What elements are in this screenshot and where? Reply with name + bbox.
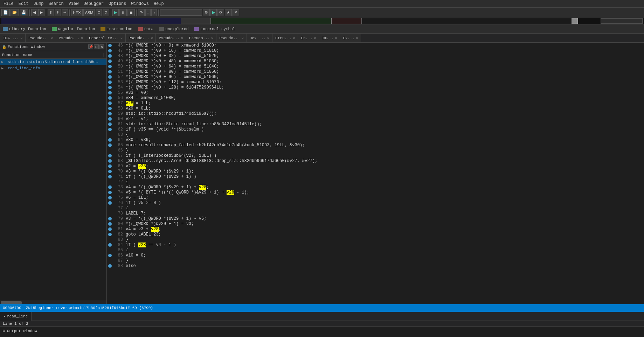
tab-close-10[interactable]: ✕ [314, 36, 316, 40]
line-dot-42[interactable] [108, 264, 112, 268]
line-dot-10[interactable] [108, 96, 112, 100]
tab-close-1[interactable]: ✕ [51, 36, 53, 40]
fn-item-0[interactable]: ▶ std::io::stdio::Stdin::read_line::h85c… [0, 59, 106, 65]
line-dot-33[interactable] [108, 217, 112, 220]
tab-8[interactable]: Hex ...✕ [247, 34, 272, 43]
line-dot-36[interactable] [108, 233, 112, 236]
line-dot-23[interactable] [108, 164, 112, 168]
line-dot-3[interactable] [108, 59, 112, 63]
fn-close-btn[interactable]: ✕ [99, 44, 104, 49]
line-dot-21[interactable] [108, 154, 112, 157]
tab-close-5[interactable]: ✕ [181, 36, 183, 40]
tab-12[interactable]: Ex...✕ [340, 34, 361, 43]
tab-close-3[interactable]: ✕ [120, 36, 123, 40]
line-dot-4[interactable] [108, 65, 112, 68]
c-btn[interactable]: C [96, 9, 102, 16]
line-dot-38[interactable] [108, 243, 112, 247]
line-dot-24[interactable] [108, 170, 112, 173]
line-dot-12[interactable] [108, 107, 112, 110]
pin-config[interactable]: ⚙ [203, 9, 210, 16]
line-dot-1[interactable] [108, 49, 112, 52]
line-dot-16[interactable] [108, 128, 112, 131]
tab-close-2[interactable]: ✕ [81, 36, 83, 40]
nav-btn3[interactable]: ↩ [62, 9, 68, 16]
line-dot-14[interactable] [108, 117, 112, 121]
step-out[interactable]: ↑ [151, 9, 157, 16]
line-dot-0[interactable] [108, 44, 112, 47]
bottom-tab-close[interactable]: ✕ [4, 314, 6, 318]
menu-options[interactable]: Options [106, 1, 128, 7]
fwd-btn[interactable]: ▶ [38, 9, 44, 16]
line-dot-18[interactable] [108, 138, 112, 142]
line-dot-11[interactable] [108, 101, 112, 105]
pin-extra1[interactable]: ⟳ [217, 9, 224, 16]
tab-11[interactable]: Im...✕ [319, 34, 340, 43]
tab-close-11[interactable]: ✕ [335, 36, 337, 40]
tab-1[interactable]: Pseudo...✕ [26, 34, 56, 43]
line-dot-6[interactable] [108, 75, 112, 79]
tab-3[interactable]: General re...✕ [86, 34, 126, 43]
step-into[interactable]: ↓ [145, 9, 151, 16]
line-dot-25[interactable] [108, 175, 112, 178]
new-btn[interactable]: 📄 [1, 9, 10, 16]
menu-search[interactable]: Search [46, 1, 65, 7]
pause-btn[interactable]: ⏸ [119, 9, 127, 16]
tab-10[interactable]: En...✕ [298, 34, 319, 43]
line-dot-8[interactable] [108, 86, 112, 89]
tab-close-9[interactable]: ✕ [293, 36, 295, 40]
line-dot-34[interactable] [108, 222, 112, 226]
run-btn[interactable]: ▶ [112, 9, 119, 16]
pin-extra2[interactable]: ★ [225, 9, 232, 16]
graph-btn[interactable]: G [103, 9, 109, 16]
line-dot-30[interactable] [108, 201, 112, 205]
col-resize[interactable]: │ [102, 53, 104, 57]
menu-jump[interactable]: Jump [32, 1, 46, 7]
menu-windows[interactable]: Windows [129, 1, 151, 7]
nav-btn1[interactable]: ⬆ [48, 9, 54, 16]
tab-close-0[interactable]: ✕ [20, 36, 22, 40]
line-dot-9[interactable] [108, 91, 112, 94]
line-dot-29[interactable] [108, 196, 112, 199]
pin-tracer-input[interactable]: PIN tracer [160, 9, 202, 16]
tab-close-6[interactable]: ✕ [211, 36, 213, 40]
line-dot-35[interactable] [108, 227, 112, 231]
nav-btn2[interactable]: ⬇ [55, 9, 61, 16]
fn-restore-btn[interactable]: □ [94, 44, 99, 49]
pin-extra3[interactable]: ✕ [233, 9, 239, 16]
menu-debugger[interactable]: Debugger [81, 1, 106, 7]
h-scrollbar[interactable] [1, 301, 22, 304]
save-btn[interactable]: 💾 [20, 9, 28, 16]
menu-help[interactable]: Help [152, 1, 166, 7]
tab-4[interactable]: Pseudo...✕ [126, 34, 156, 43]
pin-run[interactable]: ▶ [210, 9, 217, 16]
menu-edit[interactable]: Edit [16, 1, 31, 7]
fn-item-1[interactable]: ▶ read_line_info [0, 65, 106, 71]
line-dot-7[interactable] [108, 80, 112, 84]
line-dot-13[interactable] [108, 112, 112, 115]
line-dot-15[interactable] [108, 122, 112, 126]
step-over[interactable]: ↷ [138, 9, 145, 16]
line-dot-5[interactable] [108, 70, 112, 73]
timeline-search[interactable] [601, 18, 643, 24]
hex-btn[interactable]: HEX [71, 9, 83, 16]
tab-close-8[interactable]: ✕ [267, 36, 269, 40]
tab-6[interactable]: Pseudo...✕ [186, 34, 216, 43]
tab-close-7[interactable]: ✕ [242, 36, 244, 40]
line-dot-2[interactable] [108, 54, 112, 58]
stop-btn[interactable]: ⏹ [127, 9, 135, 16]
open-btn[interactable]: 📂 [11, 9, 19, 16]
tab-close-4[interactable]: ✕ [151, 36, 153, 40]
back-btn[interactable]: ◀ [31, 9, 37, 16]
line-dot-28[interactable] [108, 191, 112, 194]
bottom-tab-read-line[interactable]: ✕ read_line [0, 312, 32, 321]
line-dot-19[interactable] [108, 143, 112, 147]
tab-5[interactable]: Pseudo...✕ [156, 34, 186, 43]
tab-2[interactable]: Pseudo...✕ [56, 34, 86, 43]
menu-file[interactable]: File [1, 1, 16, 7]
tab-7[interactable]: Pseudo...✕ [216, 34, 247, 43]
tab-9[interactable]: Stru...✕ [272, 34, 298, 43]
tab-close-12[interactable]: ✕ [356, 36, 358, 40]
line-dot-22[interactable] [108, 159, 112, 163]
line-dot-27[interactable] [108, 185, 112, 189]
asm-btn[interactable]: ASM [83, 9, 95, 16]
